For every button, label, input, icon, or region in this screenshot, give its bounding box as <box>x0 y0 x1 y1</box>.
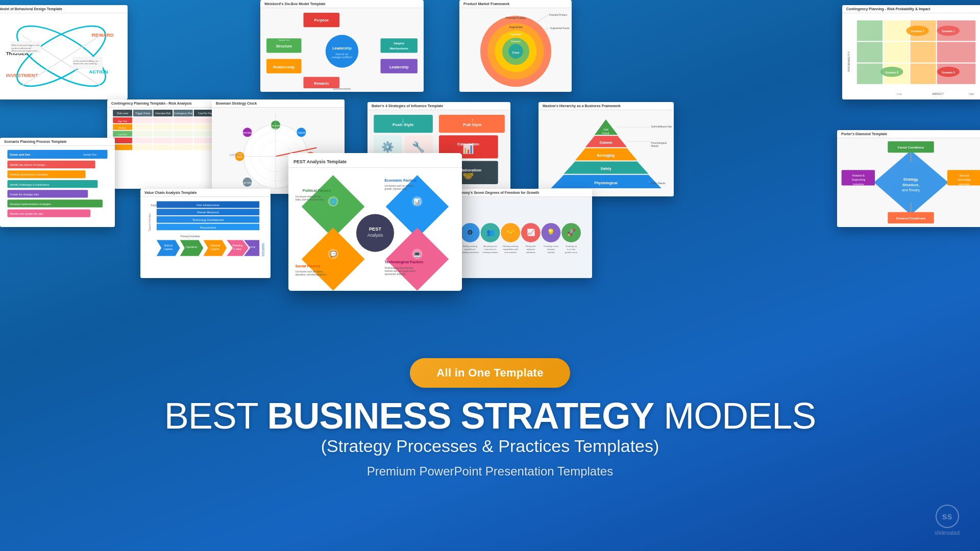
svg-text:Industries: Industries <box>853 183 864 186</box>
svg-text:Differentiation: Differentiation <box>239 131 255 134</box>
svg-text:growth curve: growth curve <box>565 251 578 254</box>
mckinsey-card[interactable]: McKinsey's Seven Degrees of Freedom for … <box>449 189 592 278</box>
svg-text:Core: Core <box>512 51 520 54</box>
svg-rect-112 <box>153 131 173 137</box>
svg-text:Helpful: Helpful <box>394 42 405 45</box>
svg-text:Demand Conditions: Demand Conditions <box>896 217 925 220</box>
svg-text:sponsored research...: sponsored research... <box>385 273 408 276</box>
pest-diagram: PEST Analysis 🌐 📊 💬 💻 Political Factors <box>290 170 460 291</box>
svg-text:Second: Second <box>960 174 969 177</box>
svg-text:Goals and Aim: Goals and Aim <box>10 153 30 156</box>
svg-text:Low Risk: Low Risk <box>118 133 127 136</box>
behavioral-title: Model of Behavioral Design Template <box>0 5 128 13</box>
svg-text:💻: 💻 <box>413 251 421 258</box>
svg-text:List issues related to tax,: List issues related to tax, <box>295 195 321 198</box>
svg-rect-59 <box>937 42 975 62</box>
svg-rect-60 <box>857 64 883 84</box>
svg-rect-25 <box>380 38 417 53</box>
svg-text:High: High <box>969 92 974 95</box>
svg-text:industries: industries <box>526 251 535 254</box>
svg-text:Monitor and update the plan: Monitor and update the plan <box>10 212 43 215</box>
svg-text:product addressing?: product addressing? <box>11 47 32 49</box>
svg-line-44 <box>532 15 548 25</box>
svg-text:Contingency Plan: Contingency Plan <box>174 112 193 115</box>
behavioral-design-card[interactable]: Model of Behavioral Design Template TRIG… <box>0 5 128 99</box>
svg-text:Generic: Generic <box>511 40 521 43</box>
svg-text:internet use, and government: internet use, and government <box>385 270 416 272</box>
svg-rect-111 <box>133 131 153 137</box>
svg-rect-57 <box>884 42 909 62</box>
svg-text:📊: 📊 <box>462 143 474 155</box>
svg-text:Augmented: Augmented <box>509 26 522 29</box>
svg-text:💡: 💡 <box>547 228 555 237</box>
contingency-diagram: Risk Level Trigger Points Overview Risk … <box>110 110 222 187</box>
svg-text:What emotional trigger in the: What emotional trigger in the <box>11 44 40 46</box>
svg-text:Logistics: Logistics <box>210 248 219 251</box>
value-chain-card[interactable]: Value Chain Analysis Template Support Ac… <box>140 189 271 278</box>
svg-text:Service: Service <box>248 246 256 248</box>
svg-text:new markets: new markets <box>504 251 517 254</box>
svg-text:Identify key drivers of change: Identify key drivers of change... <box>10 163 47 166</box>
slides-area: Model of Behavioral Design Template TRIG… <box>0 0 980 286</box>
svg-text:Structure,: Structure, <box>902 183 919 187</box>
svg-text:Selling existing: Selling existing <box>463 245 478 247</box>
svg-text:List issues such as values,: List issues such as values, <box>295 270 323 273</box>
mckinsey-diagram: ⚙ 👥 🤝 📈 💡 🚀 Selling existing <box>451 199 590 276</box>
svg-text:MARGIN: MARGIN <box>261 243 265 257</box>
svg-rect-123 <box>174 144 193 150</box>
svg-text:👥: 👥 <box>486 228 495 237</box>
behavioral-diagram: TRIGGER REWARD INVESTMENT ACTION What em… <box>0 13 128 99</box>
svg-text:industry: industry <box>547 248 555 251</box>
svg-text:Potential Product: Potential Product <box>506 16 526 19</box>
contingency-risk-title: Contingency Planning - Risk Probability … <box>842 5 980 13</box>
porter-diamond-card[interactable]: Porter's Diamond Template Strategy, Stru… <box>837 130 980 227</box>
scenario-title: Scenario Planning Process Template <box>0 138 115 146</box>
svg-text:REWARD: REWARD <box>92 32 114 38</box>
concentric-diagram: Core Generic Expected Augmented Potentia… <box>459 8 572 92</box>
svg-text:Analysis: Analysis <box>368 233 383 238</box>
badge-button[interactable]: All in One Template <box>410 358 570 388</box>
scenario-planning-card[interactable]: Scenario Planning Process Template Goals… <box>0 138 115 227</box>
svg-text:education, and demographics...: education, and demographics... <box>295 273 328 276</box>
svg-rect-100 <box>153 117 173 123</box>
svg-text:existing customers: existing customers <box>461 251 479 254</box>
svg-text:🤝: 🤝 <box>506 228 515 237</box>
svg-text:Primary Activities: Primary Activities <box>181 235 201 238</box>
pest-analysis-card[interactable]: PEST Analysis Template PEST Analysis 🌐 <box>288 153 462 291</box>
svg-text:🔧: 🔧 <box>412 141 425 153</box>
svg-text:🌐: 🌐 <box>330 198 337 205</box>
svg-text:Acquiring new: Acquiring new <box>483 245 498 247</box>
svg-text:Belonging: Belonging <box>597 154 615 158</box>
concentric-card[interactable]: Product Market Framework Core Generic Ex… <box>459 0 572 92</box>
svg-rect-121 <box>133 144 153 150</box>
svg-text:Create the strategic plan: Create the strategic plan <box>10 193 39 196</box>
svg-text:manage conflicts?: manage conflicts? <box>332 56 353 59</box>
svg-rect-106 <box>153 124 173 130</box>
svg-text:Jumping up: Jumping up <box>566 245 577 247</box>
watermark-letters: ss <box>942 511 952 522</box>
weisbord-card[interactable]: Weisbord's Six-Box Model Template Purpos… <box>260 0 424 92</box>
svg-text:🤝: 🤝 <box>462 170 474 182</box>
svg-text:to a new: to a new <box>567 248 576 251</box>
svg-text:Firm Infrastructure: Firm Infrastructure <box>197 204 219 207</box>
svg-text:⚙️: ⚙️ <box>381 141 395 153</box>
svg-rect-113 <box>174 131 193 137</box>
contingency-risk-probability-card[interactable]: Contingency Planning - Risk Probability … <box>842 5 980 99</box>
svg-rect-122 <box>153 144 173 150</box>
svg-rect-101 <box>174 117 193 123</box>
maslow-card[interactable]: Maslow's Hierarchy as a Business Framewo… <box>538 102 674 196</box>
svg-text:Trigger Points: Trigger Points <box>135 112 151 115</box>
contingency-risk-analysis-card[interactable]: Contingency Planning Template - Risk Ana… <box>107 99 225 189</box>
svg-point-17 <box>326 35 358 67</box>
svg-rect-118 <box>174 138 193 143</box>
svg-text:Outbound: Outbound <box>210 244 220 247</box>
svg-rect-52 <box>857 20 883 41</box>
svg-text:Scenario 1: Scenario 1 <box>942 30 955 33</box>
svg-text:Low Price: Low Price <box>229 153 240 156</box>
risk-matrix-diagram: PROBABILITY IMPACT Low High <box>845 15 980 97</box>
bakers-title: Baker's 4 Strategies of Influence Templa… <box>368 102 510 110</box>
svg-text:Purpose: Purpose <box>314 18 329 22</box>
porter-title: Porter's Diamond Template <box>837 130 980 138</box>
svg-text:Needs: Needs <box>651 144 659 147</box>
svg-rect-105 <box>133 124 153 130</box>
